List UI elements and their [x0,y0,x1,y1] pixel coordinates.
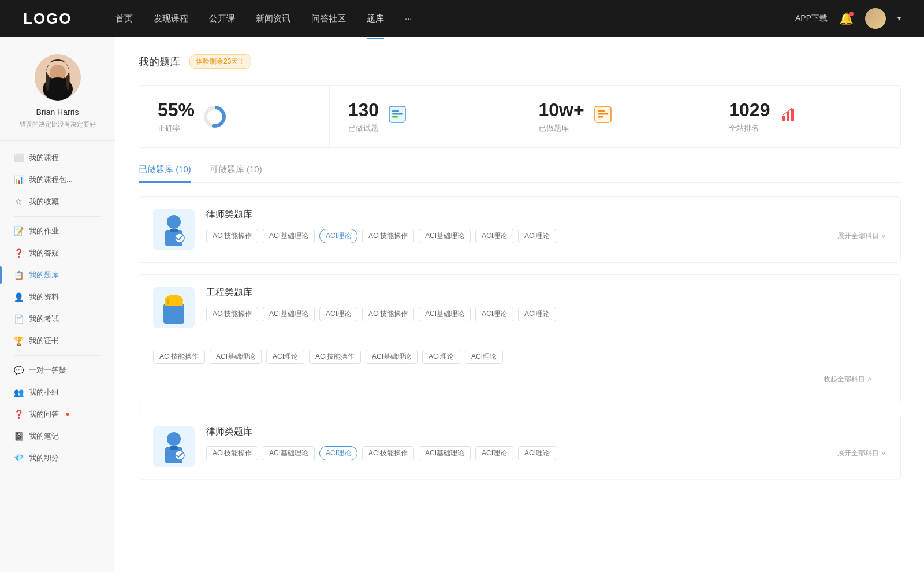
nav-home[interactable]: 首页 [116,11,133,27]
qbank-1-tag-4[interactable]: ACI基础理论 [419,229,471,243]
sidebar-item-notes[interactable]: 📓 我的笔记 [0,425,115,447]
qbank-3-tag-2[interactable]: ACI理论 [319,446,357,460]
sidebar-item-qbank[interactable]: 📋 我的题库 [0,264,115,286]
one-on-one-icon: 💬 [14,366,23,375]
qbank-2-collapse[interactable]: 收起全部科目 ∧ [153,370,886,392]
svg-point-24 [167,432,181,446]
qbank-2-tag-r2-2[interactable]: ACI理论 [266,350,304,364]
stat-done-questions: 130 已做试题 [330,86,520,147]
qbank-2-tag-r1-6[interactable]: ACI理论 [518,307,556,321]
qbank-2-tag-r2-3[interactable]: ACI技能操作 [309,350,361,364]
qbank-1-tag-5[interactable]: ACI理论 [475,229,513,243]
qbank-3-tag-5[interactable]: ACI理论 [475,446,513,460]
qbank-2-tag-r1-5[interactable]: ACI理论 [475,307,513,321]
qbank-2-tags-row1: ACI技能操作 ACI基础理论 ACI理论 ACI技能操作 ACI基础理论 AC… [206,307,886,321]
svg-rect-17 [170,229,178,232]
qbank-card-3-header: 律师类题库 ACI技能操作 ACI基础理论 ACI理论 ACI技能操作 ACI基… [139,414,900,480]
nav-qa[interactable]: 问答社区 [311,11,346,27]
sidebar-label-favorites: 我的收藏 [29,196,59,207]
stat-done-questions-info: 130 已做试题 [348,99,379,133]
sidebar-item-certificate[interactable]: 🏆 我的证书 [0,330,115,352]
qbank-1-title: 律师类题库 [206,209,886,221]
qbank-1-tag-1[interactable]: ACI基础理论 [263,229,315,243]
qbank-2-tag-r1-4[interactable]: ACI基础理论 [419,307,471,321]
sidebar-label-group: 我的小组 [29,387,59,398]
qbank-1-tag-2[interactable]: ACI理论 [319,229,357,243]
qbank-2-info: 工程类题库 ACI技能操作 ACI基础理论 ACI理论 ACI技能操作 ACI基… [206,287,886,321]
qbank-1-tag-6[interactable]: ACI理论 [518,229,556,243]
sidebar-item-my-course[interactable]: ⬜ 我的课程 [0,147,115,169]
qbank-1-tag-3[interactable]: ACI技能操作 [362,229,414,243]
qbank-2-tag-r2-4[interactable]: ACI基础理论 [366,350,418,364]
engineer-icon [159,291,189,324]
svg-rect-23 [167,299,169,304]
svg-rect-13 [787,112,789,121]
qbank-2-tag-r1-1[interactable]: ACI基础理论 [263,307,315,321]
profile-icon: 👤 [14,292,23,302]
stats-row: 55% 正确率 130 已做试题 [139,85,901,148]
qbank-1-expand[interactable]: 展开全部科目 ∨ [837,231,886,241]
sidebar-item-qa[interactable]: ❓ 我的答疑 [0,242,115,264]
tab-available-qbanks[interactable]: 可做题库 (10) [210,164,262,182]
app-download-button[interactable]: APP下载 [795,13,828,24]
sidebar-item-homework[interactable]: 📝 我的作业 [0,220,115,242]
lawyer-icon [159,213,188,246]
sidebar-item-course-pack[interactable]: 📊 我的课程包... [0,169,115,191]
stat-accuracy: 55% 正确率 [139,86,330,147]
main-nav: 首页 发现课程 公开课 新闻资讯 问答社区 题库 ··· [116,11,795,27]
qbank-2-tag-r2-6[interactable]: ACI理论 [465,350,503,364]
qbank-3-tag-3[interactable]: ACI技能操作 [362,446,414,460]
svg-rect-12 [782,116,785,121]
nav-open-course[interactable]: 公开课 [209,11,235,27]
qbank-3-tag-4[interactable]: ACI基础理论 [419,446,471,460]
sidebar-item-points[interactable]: 💎 我的积分 [0,447,115,469]
svg-rect-19 [163,304,184,324]
course-pack-icon: 📊 [14,175,23,184]
svg-point-15 [167,215,181,229]
qbank-1-tag-0[interactable]: ACI技能操作 [206,229,258,243]
qbank-2-tag-r1-2[interactable]: ACI理论 [319,307,357,321]
notes-icon: 📓 [14,432,23,441]
qbank-1-tags: ACI技能操作 ACI基础理论 ACI理论 ACI技能操作 ACI基础理论 AC… [206,229,886,243]
avatar[interactable] [865,8,886,29]
qbank-2-tag-r2-0[interactable]: ACI技能操作 [153,350,205,364]
qbank-3-tag-0[interactable]: ACI技能操作 [206,446,258,460]
qbank-3-tag-1[interactable]: ACI基础理论 [263,446,315,460]
qbank-3-expand[interactable]: 展开全部科目 ∨ [837,448,886,458]
qbank-2-tag-r2-1[interactable]: ACI基础理论 [210,350,262,364]
qbank-3-tag-6[interactable]: ACI理论 [518,446,556,460]
svg-rect-9 [598,110,605,112]
user-motto: 错误的决定比没有决定要好 [12,120,103,129]
stat-accuracy-value: 55% [158,99,195,121]
nav-discover[interactable]: 发现课程 [154,11,188,27]
tab-done-qbanks[interactable]: 已做题库 (10) [139,164,191,182]
stat-done-qbanks-info: 10w+ 已做题库 [539,99,584,133]
nav-more[interactable]: ··· [405,11,412,27]
sidebar-item-my-qa[interactable]: ❓ 我的问答 [0,403,115,425]
notification-bell[interactable]: 🔔 [839,12,854,25]
chart-red-icon [779,105,798,128]
qbank-card-1: 律师类题库 ACI技能操作 ACI基础理论 ACI理论 ACI技能操作 ACI基… [139,196,901,263]
sidebar-item-favorites[interactable]: ☆ 我的收藏 [0,191,115,213]
user-dropdown-arrow[interactable]: ▾ [897,14,901,23]
nav-exam[interactable]: 题库 [367,11,384,27]
qbank-2-title: 工程类题库 [206,287,886,299]
homework-icon: 📝 [14,226,23,236]
sidebar-item-group[interactable]: 👥 我的小组 [0,381,115,403]
qbank-2-tag-r1-0[interactable]: ACI技能操作 [206,307,258,321]
header: LOGO 首页 发现课程 公开课 新闻资讯 问答社区 题库 ··· APP下载 … [0,0,924,37]
sidebar-item-profile[interactable]: 👤 我的资料 [0,286,115,308]
sidebar-label-points: 我的积分 [29,453,59,463]
qbank-2-tag-r2-5[interactable]: ACI理论 [422,350,460,364]
sidebar-item-exam[interactable]: 📄 我的考试 [0,308,115,330]
page-header: 我的题库 体验剩余23天！ [139,54,901,69]
notification-dot [849,12,854,16]
trial-badge[interactable]: 体验剩余23天！ [189,54,251,69]
sidebar-item-one-on-one[interactable]: 💬 一对一答疑 [0,359,115,381]
stat-rank-info: 1029 全站排名 [729,99,770,133]
qa-icon: ❓ [14,248,23,258]
qbank-2-tag-r1-3[interactable]: ACI技能操作 [362,307,414,321]
nav-news[interactable]: 新闻资讯 [256,11,290,27]
stat-accuracy-label: 正确率 [158,123,195,133]
qbank-1-info: 律师类题库 ACI技能操作 ACI基础理论 ACI理论 ACI技能操作 ACI基… [206,209,886,243]
